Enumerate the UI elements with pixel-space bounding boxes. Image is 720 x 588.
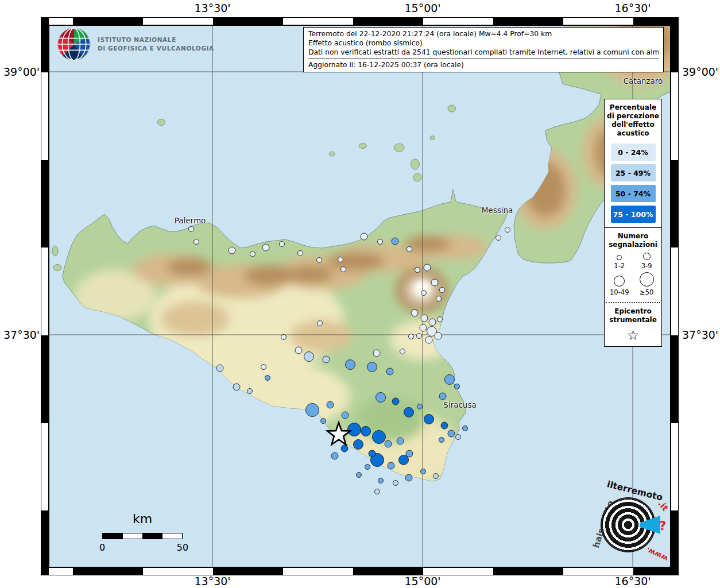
coord-label-bottom: 13°30' bbox=[194, 575, 230, 587]
legend-signal-item: ≥50 bbox=[633, 272, 661, 296]
report-point bbox=[448, 430, 455, 437]
legend-epicenter-title: Epicentro strumentale bbox=[605, 303, 661, 327]
legend-signal-sizes: 1-23-910-49≥50 bbox=[605, 252, 661, 299]
report-point bbox=[348, 423, 361, 436]
report-point bbox=[429, 319, 436, 326]
map-canvas bbox=[49, 25, 671, 567]
report-point bbox=[439, 393, 446, 400]
coord-label-bottom: 15°00' bbox=[404, 575, 440, 587]
report-point bbox=[354, 440, 363, 450]
report-point bbox=[250, 252, 256, 257]
event-info-box: Terremoto del 22-12-2020 21:27:24 (ora l… bbox=[303, 27, 664, 72]
legend-signals-title: Numero segnalazioni bbox=[605, 228, 661, 252]
island bbox=[430, 136, 435, 140]
scale-segment bbox=[142, 533, 162, 539]
ingv-logo: ISTITUTO NAZIONALE DI GEOFISICA E VULCAN… bbox=[57, 28, 214, 61]
legend-class-swatch: 75 - 100% bbox=[611, 206, 656, 223]
report-point bbox=[331, 452, 338, 459]
island bbox=[330, 152, 335, 156]
haisentitoilterremoto-logo: haisentito ilterremoto .it ? www. bbox=[587, 486, 673, 566]
report-point bbox=[463, 426, 468, 431]
legend-class-swatches: 0 - 24%25 - 49%50 - 74%75 - 100% bbox=[605, 144, 661, 223]
report-point bbox=[378, 478, 384, 483]
scale-start-label: 0 bbox=[95, 542, 109, 553]
report-point bbox=[421, 469, 426, 474]
map-frame-top bbox=[41, 17, 679, 25]
report-point bbox=[369, 450, 376, 457]
signal-size-label: 10-49 bbox=[610, 288, 629, 296]
coord-label-bottom: 16°30' bbox=[614, 575, 651, 587]
event-summary: Terremoto del 22-12-2020 21:27:24 (ora l… bbox=[308, 29, 659, 38]
legend-signal-item: 3-9 bbox=[633, 253, 661, 270]
signal-circle-icon bbox=[640, 272, 654, 287]
report-point bbox=[281, 335, 287, 340]
report-point bbox=[373, 350, 380, 357]
city-label-siracusa: Siracusa bbox=[443, 400, 476, 409]
report-point bbox=[233, 384, 240, 390]
signal-circle-icon bbox=[617, 255, 622, 260]
coord-label-top: 13°30' bbox=[194, 2, 230, 14]
scale-segment bbox=[103, 533, 123, 539]
report-point bbox=[361, 233, 367, 240]
report-point bbox=[375, 489, 380, 494]
report-point bbox=[338, 257, 343, 262]
map-frame-bottom bbox=[41, 567, 679, 575]
report-point bbox=[411, 310, 418, 316]
legend-signal-item: 10-49 bbox=[606, 272, 633, 296]
report-point bbox=[298, 251, 303, 256]
legend-panel: Percentuale di percezione dell'effetto a… bbox=[604, 99, 662, 347]
report-point bbox=[438, 317, 443, 322]
report-point bbox=[229, 247, 235, 254]
coord-label-right: 39°00' bbox=[682, 65, 718, 78]
ingv-title-line1: ISTITUTO NAZIONALE bbox=[98, 36, 214, 44]
logo-question-mark: ? bbox=[659, 519, 666, 533]
report-point bbox=[425, 336, 432, 343]
island bbox=[158, 119, 165, 126]
legend-class-swatch: 25 - 49% bbox=[611, 164, 656, 181]
city-label-messina: Messina bbox=[482, 206, 513, 215]
coord-label-top: 15°00' bbox=[404, 2, 440, 14]
signal-size-label: 1-2 bbox=[614, 262, 625, 270]
report-point bbox=[435, 332, 442, 339]
scale-end-label: 50 bbox=[173, 542, 192, 553]
report-point bbox=[420, 324, 427, 331]
report-point bbox=[323, 356, 330, 363]
island bbox=[413, 173, 421, 181]
report-point bbox=[265, 376, 270, 381]
report-point bbox=[189, 227, 194, 232]
report-point bbox=[327, 401, 334, 408]
legend-signal-item: 1-2 bbox=[606, 253, 633, 270]
signal-circle-icon bbox=[614, 276, 625, 287]
legend-class-swatch: 0 - 24% bbox=[611, 144, 656, 161]
coord-label-left: 37°30' bbox=[3, 328, 38, 341]
coord-label-right: 37°30' bbox=[682, 328, 718, 341]
coord-label-left: 39°00' bbox=[3, 65, 38, 78]
report-point bbox=[445, 375, 455, 385]
legend-perception-title: Percentuale di percezione dell'effetto a… bbox=[605, 99, 661, 140]
island bbox=[52, 246, 58, 256]
event-effect: Effetto acustico (rombo sismico) bbox=[308, 38, 659, 48]
island bbox=[53, 265, 61, 271]
report-point bbox=[436, 296, 442, 301]
report-point bbox=[456, 435, 461, 440]
city-label-catanzaro: Catanzaro bbox=[624, 76, 663, 86]
report-point bbox=[392, 238, 398, 245]
report-point bbox=[318, 321, 323, 326]
report-point bbox=[376, 393, 386, 403]
report-point bbox=[409, 334, 414, 339]
report-point bbox=[373, 431, 386, 444]
report-point bbox=[388, 462, 394, 469]
report-point bbox=[317, 258, 322, 263]
scale-segment bbox=[123, 533, 143, 539]
report-point bbox=[400, 349, 405, 354]
report-point bbox=[441, 422, 448, 429]
report-point bbox=[439, 438, 444, 443]
legend-class-swatch: 50 - 74% bbox=[611, 185, 656, 202]
island bbox=[448, 105, 456, 112]
report-point bbox=[433, 474, 439, 479]
report-point bbox=[455, 384, 460, 389]
report-point bbox=[393, 481, 398, 486]
report-point bbox=[342, 412, 349, 419]
island bbox=[411, 159, 420, 169]
scale-bar-segments bbox=[102, 533, 183, 539]
